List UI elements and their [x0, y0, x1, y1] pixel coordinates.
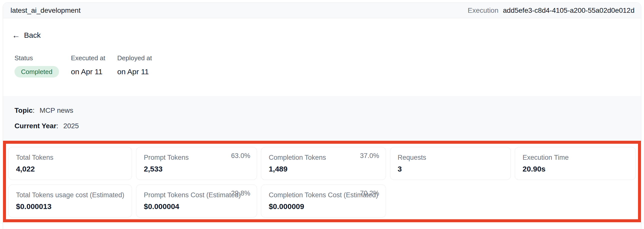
- execution-label: Execution: [468, 6, 498, 14]
- executed-at-label: Executed at: [71, 54, 105, 62]
- metric-value: 4,022: [16, 165, 124, 173]
- metric-label: Execution Time: [522, 154, 628, 162]
- executed-at-column: Executed at on Apr 11: [71, 54, 105, 78]
- topic-label: Topic: [14, 106, 33, 114]
- metric-value: 2,533: [144, 165, 249, 173]
- status-badge: Completed: [14, 66, 59, 78]
- metric-percentage: 70.2%: [360, 190, 379, 197]
- metric-card-completion-tokens: 37.0% Completion Tokens 1,489: [261, 147, 386, 180]
- metric-label: Requests: [398, 154, 503, 162]
- deployed-at-label: Deployed at: [117, 54, 152, 62]
- metric-label: Total Tokens: [16, 154, 124, 162]
- metric-percentage: 37.0%: [360, 152, 379, 160]
- colon: :: [33, 106, 35, 114]
- metric-card-requests: Requests 3: [390, 147, 511, 180]
- inputs-section: Topic: MCP news Current Year: 2025: [3, 96, 641, 141]
- metric-card-prompt-cost: 29.8% Prompt Tokens Cost (Estimated) $0.…: [136, 184, 257, 218]
- executed-at-value: on Apr 11: [71, 66, 105, 78]
- metric-percentage: 29.8%: [231, 190, 250, 197]
- execution-detail-page: latest_ai_development Execution add5efe3…: [3, 2, 641, 229]
- status-label: Status: [14, 54, 59, 62]
- metric-card-total-tokens: Total Tokens 4,022: [8, 147, 132, 180]
- deployed-at-value: on Apr 11: [117, 66, 152, 78]
- status-column: Status Completed: [14, 54, 59, 78]
- metric-value: 3: [398, 165, 503, 173]
- page-header: latest_ai_development Execution add5efe3…: [3, 3, 641, 18]
- metric-card-prompt-tokens: 63.0% Prompt Tokens 2,533: [136, 147, 257, 180]
- execution-id: add5efe3-c8d4-4105-a200-55a02d0e012d: [503, 6, 634, 14]
- metric-card-total-cost: Total Tokens usage cost (Estimated) $0.0…: [8, 184, 132, 218]
- metric-percentage: 63.0%: [231, 152, 250, 160]
- current-year-label: Current Year: [14, 122, 56, 130]
- metric-value: 20.90s: [522, 165, 628, 173]
- current-year-line: Current Year: 2025: [14, 122, 641, 130]
- crew-name-title: latest_ai_development: [10, 6, 80, 14]
- back-button-label: Back: [24, 32, 41, 39]
- status-section: ← Back Status Completed Executed at on A…: [3, 18, 641, 96]
- execution-meta-row: Status Completed Executed at on Apr 11 D…: [14, 54, 632, 78]
- topic-line: Topic: MCP news: [14, 106, 641, 114]
- back-button[interactable]: ← Back: [12, 31, 41, 39]
- topic-value: MCP news: [40, 106, 73, 114]
- execution-id-group: Execution add5efe3-c8d4-4105-a200-55a02d…: [468, 6, 634, 14]
- metric-label: Total Tokens usage cost (Estimated): [16, 191, 124, 199]
- metric-value: $0.000009: [269, 202, 378, 211]
- metric-card-completion-cost: 70.2% Completion Tokens Cost (Estimated)…: [261, 184, 386, 218]
- metrics-grid: Total Tokens 4,022 63.0% Prompt Tokens 2…: [8, 147, 636, 218]
- current-year-value: 2025: [63, 122, 79, 130]
- metric-value: 1,489: [269, 165, 378, 173]
- metric-card-execution-time: Execution Time 20.90s: [515, 147, 636, 180]
- arrow-left-icon: ←: [12, 31, 20, 39]
- metric-value: $0.000004: [144, 202, 249, 211]
- metric-value: $0.000013: [16, 202, 124, 211]
- colon: :: [56, 122, 58, 130]
- deployed-at-column: Deployed at on Apr 11: [117, 54, 152, 78]
- metrics-annotation-box: Total Tokens 4,022 63.0% Prompt Tokens 2…: [3, 141, 641, 222]
